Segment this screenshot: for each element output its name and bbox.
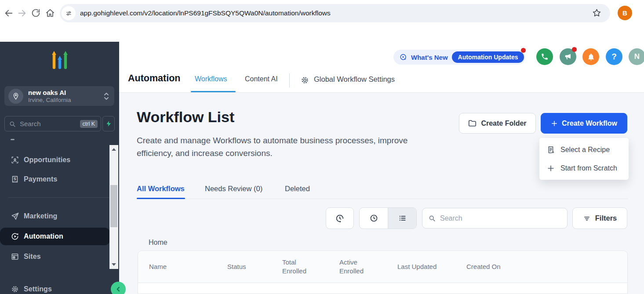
lightning-bolt-icon	[106, 120, 112, 127]
announcements-button[interactable]	[560, 48, 576, 65]
sidebar-divider	[8, 197, 111, 198]
list-view-button[interactable]	[388, 208, 416, 229]
url-text: app.gohighlevel.com/v2/location/lnPS691g…	[80, 4, 331, 22]
workflow-table: Name Status Total Enrolled Active Enroll…	[138, 250, 628, 294]
filters-button[interactable]: Filters	[572, 207, 627, 229]
back-icon[interactable]	[4, 8, 14, 18]
scroll-up-arrow[interactable]	[112, 148, 116, 151]
home-icon[interactable]	[45, 8, 55, 18]
whats-new-label[interactable]: What's New	[411, 54, 448, 61]
workflow-search-input[interactable]	[439, 214, 567, 223]
account-switcher[interactable]: new oaks AI Irvine, California	[4, 86, 114, 106]
plus-icon	[551, 120, 558, 127]
opportunities-icon	[11, 156, 19, 164]
bell-icon	[587, 53, 595, 61]
whats-new-pill[interactable]: What's New Automation Updates	[393, 50, 525, 65]
workflow-search[interactable]	[422, 208, 568, 229]
bookmarks-bar: All Bookmarks	[0, 26, 644, 42]
create-workflow-label: Create Workflow	[562, 120, 617, 127]
sidebar-item-marketing[interactable]: Marketing	[0, 207, 110, 225]
notification-dot	[572, 47, 577, 52]
tabs-border	[137, 199, 628, 199]
chevron-up-down-icon	[103, 92, 110, 101]
phone-icon	[541, 53, 549, 61]
header-divider	[289, 73, 290, 87]
gohighlevel-logo	[46, 49, 73, 76]
global-workflow-settings-link[interactable]: Global Workflow Settings	[314, 75, 395, 83]
column-header-name: Name	[149, 251, 167, 283]
menu-item-label: Select a Recipe	[560, 146, 610, 154]
filter-icon	[583, 214, 591, 222]
sidebar-item-settings[interactable]: Settings	[0, 280, 110, 294]
column-header-last-updated: Last Updated	[397, 251, 437, 283]
reload-icon[interactable]	[31, 8, 40, 18]
sidebar-item-label: Payments	[24, 175, 57, 183]
automation-icon	[11, 232, 19, 241]
search-icon	[9, 120, 16, 127]
tab-deleted[interactable]: Deleted	[285, 185, 310, 193]
sidebar-item-label: Opportunities	[24, 156, 70, 164]
sidebar-item-opportunities[interactable]: Opportunities	[0, 151, 110, 169]
browser-profile-avatar[interactable]: B	[618, 6, 632, 20]
create-folder-button[interactable]: Create Folder	[459, 113, 536, 134]
time-view-button[interactable]	[360, 208, 388, 229]
quick-actions-button[interactable]	[102, 116, 115, 131]
create-workflow-menu: Select a Recipe Start from Scratch	[539, 138, 629, 180]
create-workflow-button[interactable]: Create Workflow	[541, 113, 627, 134]
user-avatar[interactable]: N	[629, 48, 644, 65]
menu-item-label: Start from Scratch	[560, 164, 617, 172]
sites-icon	[11, 252, 19, 261]
active-subtab-underline	[137, 198, 185, 199]
sidebar-collapse-button[interactable]	[111, 282, 126, 294]
forward-icon[interactable]	[17, 8, 27, 18]
tab-content-ai[interactable]: Content AI	[245, 75, 278, 83]
account-name: new oaks AI	[28, 89, 71, 97]
sidebar-search-input[interactable]	[19, 120, 80, 128]
sidebar-item-automation[interactable]: Automation	[0, 228, 110, 245]
phone-button[interactable]	[536, 48, 553, 65]
column-header-created-on: Created On	[466, 251, 501, 283]
menu-item-start-from-scratch[interactable]: Start from Scratch	[539, 159, 629, 178]
clipped-menu-icon	[11, 139, 15, 140]
automation-updates-badge[interactable]: Automation Updates	[452, 51, 524, 63]
chevron-left-icon	[114, 285, 122, 293]
breadcrumb[interactable]: Home	[149, 239, 167, 247]
site-settings-icon[interactable]	[62, 6, 76, 20]
column-header-active-enrolled: Active Enrolled	[339, 251, 371, 283]
notifications-button[interactable]	[582, 48, 599, 65]
sidebar-item-label: Sites	[24, 253, 41, 261]
view-toggle	[359, 207, 417, 229]
tab-workflows[interactable]: Workflows	[195, 75, 227, 83]
sidebar-item-label: Automation	[24, 232, 63, 240]
bookmark-star-icon[interactable]	[592, 8, 602, 18]
svg-text:$: $	[14, 177, 16, 181]
sidebar-item-label: Settings	[24, 285, 52, 293]
sidebar-item-label: Marketing	[24, 212, 57, 220]
scroll-down-arrow[interactable]	[112, 263, 116, 266]
sidebar-item-sites[interactable]: Sites	[0, 248, 110, 265]
sidebar-scrollbar[interactable]	[109, 145, 118, 269]
create-folder-label: Create Folder	[481, 120, 526, 127]
clock-icon	[369, 214, 378, 223]
search-icon	[428, 214, 436, 222]
scrollbar-thumb[interactable]	[110, 185, 117, 227]
location-pin-icon	[8, 89, 23, 104]
tab-needs-review[interactable]: Needs Review (0)	[205, 185, 262, 193]
avatar-initial: N	[634, 52, 640, 61]
sidebar-search[interactable]: ctrl K	[4, 116, 101, 131]
browser-toolbar: app.gohighlevel.com/v2/location/lnPS691g…	[0, 0, 644, 26]
address-bar[interactable]: app.gohighlevel.com/v2/location/lnPS691g…	[60, 4, 610, 22]
list-icon	[398, 214, 407, 223]
tab-all-workflows[interactable]: All Workflows	[137, 185, 185, 193]
payments-icon: $	[11, 175, 19, 184]
menu-item-select-recipe[interactable]: Select a Recipe	[539, 141, 629, 159]
enrollment-history-button[interactable]	[326, 207, 354, 229]
column-header-total-enrolled: Total Enrolled	[282, 251, 314, 283]
account-location: Irvine, California	[28, 97, 71, 104]
whats-new-icon	[399, 53, 408, 62]
main-area: Automation Workflows Content AI Global W…	[119, 42, 644, 294]
shortcut-badge: ctrl K	[80, 120, 98, 128]
help-button[interactable]: ?	[606, 48, 622, 65]
sidebar-item-payments[interactable]: $ Payments	[0, 171, 110, 188]
sidebar: new oaks AI Irvine, California ctrl K Op…	[0, 42, 119, 294]
